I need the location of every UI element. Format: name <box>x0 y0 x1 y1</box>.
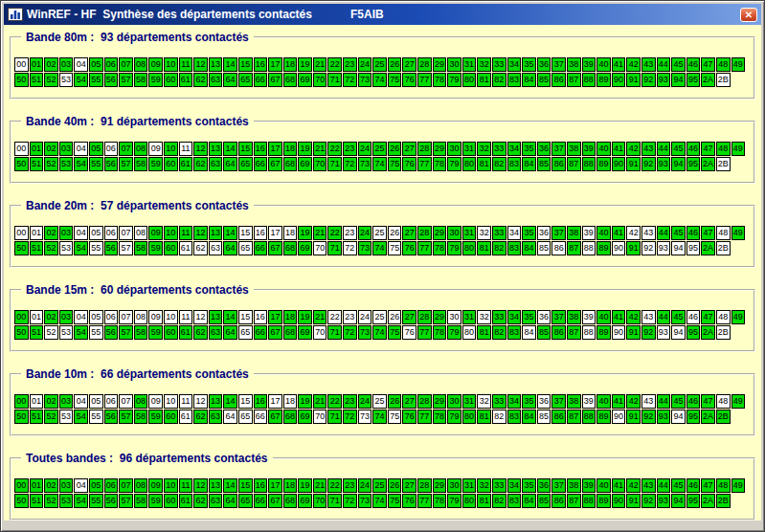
dept-cell-44: 44 <box>657 394 671 409</box>
dept-cell-09: 09 <box>148 57 163 72</box>
dept-cell-74: 74 <box>372 241 387 255</box>
dept-cell-70: 70 <box>313 157 327 171</box>
dept-cell-08: 08 <box>134 310 148 324</box>
dept-cell-60: 60 <box>164 241 178 255</box>
dept-cell-47: 47 <box>701 57 715 72</box>
dept-cell-21: 21 <box>313 310 327 324</box>
dept-cell-68: 68 <box>283 157 298 171</box>
dept-cell-80: 80 <box>462 325 477 340</box>
dept-cell-13: 13 <box>209 226 223 240</box>
dept-cell-73: 73 <box>358 410 372 424</box>
dept-cell-00: 00 <box>14 142 29 156</box>
dept-cell-2B: 2B <box>716 157 731 171</box>
dept-cell-62: 62 <box>193 494 208 508</box>
dept-cell-30: 30 <box>447 57 461 72</box>
dept-cell-16: 16 <box>254 310 268 324</box>
dept-cell-14: 14 <box>223 142 237 156</box>
dept-cell-51: 51 <box>30 73 44 87</box>
dept-cell-02: 02 <box>44 394 58 409</box>
dept-cell-02: 02 <box>44 310 58 324</box>
dept-cell-36: 36 <box>537 57 551 72</box>
dept-cell-92: 92 <box>641 157 656 171</box>
dept-cell-77: 77 <box>417 73 432 87</box>
dept-row: 5051525354555657585960616263646566676869… <box>14 73 751 87</box>
dept-cell-42: 42 <box>626 57 641 72</box>
dept-cell-93: 93 <box>657 410 671 424</box>
dept-cell-30: 30 <box>447 142 461 156</box>
dept-cell-39: 39 <box>582 226 596 240</box>
dept-cell-26: 26 <box>388 394 402 409</box>
dept-cell-23: 23 <box>343 142 357 156</box>
dept-cell-22: 22 <box>327 394 342 409</box>
dept-cell-07: 07 <box>119 478 133 493</box>
dept-cell-58: 58 <box>134 241 148 255</box>
dept-cell-90: 90 <box>612 494 626 508</box>
dept-cell-70: 70 <box>313 410 327 424</box>
dept-cell-56: 56 <box>104 494 119 508</box>
band-group-80m: Bande 80m : 93 départements contactés000… <box>10 36 755 100</box>
dept-cell-38: 38 <box>567 478 581 493</box>
dept-cell-79: 79 <box>447 325 461 340</box>
dept-cell-81: 81 <box>477 157 491 171</box>
dept-cell-51: 51 <box>30 325 44 340</box>
band-group-10m: Bande 10m : 66 départements contactés000… <box>10 373 755 436</box>
close-button[interactable]: ✕ <box>740 8 757 22</box>
dept-cell-75: 75 <box>388 241 402 255</box>
dept-cell-53: 53 <box>59 157 74 171</box>
dept-cell-07: 07 <box>119 226 133 240</box>
dept-cell-29: 29 <box>433 478 447 493</box>
dept-cell-92: 92 <box>641 325 656 340</box>
dept-cell-14: 14 <box>223 478 237 493</box>
dept-cell-88: 88 <box>582 157 596 171</box>
dept-cell-82: 82 <box>492 73 506 87</box>
dept-cell-74: 74 <box>372 73 387 87</box>
dept-cell-63: 63 <box>209 73 223 87</box>
dept-cell-69: 69 <box>298 73 312 87</box>
dept-cell-38: 38 <box>567 57 581 72</box>
dept-cell-56: 56 <box>104 410 119 424</box>
band-title-15m: Bande 15m : 60 départements contactés <box>21 283 254 297</box>
dept-cell-55: 55 <box>89 157 103 171</box>
title-bar[interactable]: WinREF - HF Synthèse des départements co… <box>4 4 761 25</box>
dept-cell-34: 34 <box>507 142 522 156</box>
dept-cell-14: 14 <box>223 394 237 409</box>
dept-cell-72: 72 <box>343 410 357 424</box>
dept-cell-12: 12 <box>193 226 208 240</box>
dept-row: 0001020304050607080910111213141516171819… <box>14 478 751 493</box>
dept-cell-34: 34 <box>507 394 522 409</box>
dept-cell-37: 37 <box>551 226 566 240</box>
dept-row: 0001020304050607080910111213141516171819… <box>14 226 751 240</box>
dept-cell-66: 66 <box>254 73 268 87</box>
dept-cell-54: 54 <box>74 325 88 340</box>
dept-cell-30: 30 <box>447 226 461 240</box>
dept-cell-45: 45 <box>671 478 686 493</box>
dept-cell-42: 42 <box>626 142 641 156</box>
dept-cell-09: 09 <box>148 310 163 324</box>
dept-cell-65: 65 <box>238 325 253 340</box>
dept-cell-85: 85 <box>537 157 551 171</box>
dept-cell-85: 85 <box>537 325 551 340</box>
dept-cell-2A: 2A <box>701 494 715 508</box>
dept-row: 0001020304050607080910111213141516171819… <box>14 57 751 72</box>
dept-cell-01: 01 <box>30 394 44 409</box>
dept-cell-47: 47 <box>701 310 715 324</box>
dept-cell-72: 72 <box>343 157 357 171</box>
dept-cell-67: 67 <box>268 325 282 340</box>
dept-cell-48: 48 <box>716 142 731 156</box>
app-icon[interactable] <box>8 8 23 21</box>
dept-cell-45: 45 <box>671 226 686 240</box>
dept-cell-06: 06 <box>104 478 119 493</box>
dept-cell-05: 05 <box>89 310 103 324</box>
dept-cell-05: 05 <box>89 226 103 240</box>
dept-cell-03: 03 <box>59 226 74 240</box>
dept-cell-19: 19 <box>298 57 312 72</box>
band-title-40m: Bande 40m : 91 départements contactés <box>21 115 254 128</box>
dept-cell-23: 23 <box>343 226 357 240</box>
dept-cell-11: 11 <box>179 478 193 493</box>
dept-cell-02: 02 <box>44 478 58 493</box>
dept-cell-95: 95 <box>686 410 701 424</box>
dept-cell-53: 53 <box>59 325 74 340</box>
dept-cell-03: 03 <box>59 394 74 409</box>
dept-cell-10: 10 <box>164 310 178 324</box>
dept-cell-92: 92 <box>641 73 656 87</box>
